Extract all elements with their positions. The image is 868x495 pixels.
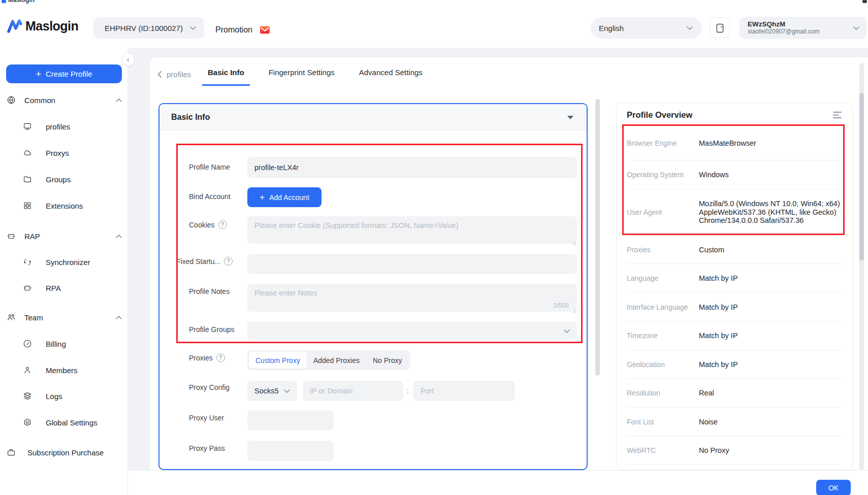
help-icon[interactable]: ? — [224, 257, 233, 266]
robot-icon — [7, 232, 16, 241]
proxy-protocol-select[interactable]: Socks5 — [247, 381, 297, 401]
proxy-mode-custom-proxy[interactable]: Custom Proxy — [249, 352, 307, 369]
proxy-ip-input[interactable] — [303, 381, 403, 401]
sidebar-item-label: RPA — [46, 284, 61, 292]
sidebar-item-logs[interactable]: Logs — [0, 390, 128, 402]
sidebar-item-label: Logs — [46, 392, 62, 401]
window-control-icon[interactable] — [862, 0, 867, 3]
overview-row-geolocation: Geolocation Match by IP — [627, 350, 843, 379]
sidebar-section-common[interactable]: Common — [0, 94, 128, 106]
main-panel-scrollbar[interactable] — [595, 99, 600, 376]
proxy-config-label: Proxy Config — [189, 383, 230, 391]
sidebar-item-members[interactable]: Members — [0, 365, 128, 376]
tab-fingerprint-settings[interactable]: Fingerprint Settings — [263, 66, 340, 86]
breadcrumb-label: profiles — [167, 70, 191, 79]
panel-options-icon[interactable] — [833, 111, 842, 119]
sidebar-item-label: Global Settings — [46, 418, 98, 427]
sidebar-item-label: Groups — [46, 175, 71, 184]
sidebar-section-rap[interactable]: RAP — [0, 230, 128, 242]
sidebar-item-rpa[interactable]: RPA — [0, 282, 128, 293]
cookies-label: Cookies ? — [189, 220, 227, 229]
app-header: Maslogin EHPHRV (ID:1000027) Promotion E… — [0, 4, 868, 48]
workspace-selector[interactable]: EHPHRV (ID:1000027) — [93, 17, 204, 39]
sidebar-item-billing[interactable]: Billing — [0, 338, 128, 349]
overview-row-interface-language: Interface Language Match by IP — [627, 293, 843, 321]
help-icon[interactable]: ? — [216, 353, 225, 362]
sidebar-item-profiles[interactable]: profiles — [0, 121, 128, 132]
tab-bar: Basic Info Fingerprint Settings Advanced… — [202, 66, 428, 86]
section-label: RAP — [24, 232, 40, 241]
chevron-down-icon — [687, 26, 693, 30]
account-email: xiaofei020907@gmail.com — [748, 28, 853, 36]
proxy-mode-no-proxy[interactable]: No Proxy — [366, 352, 409, 369]
sync-icon — [23, 257, 32, 267]
proxy-pass-label: Proxy Pass — [189, 444, 225, 452]
sidebar-item-label: Billing — [46, 340, 66, 348]
page-scrollbar-thumb[interactable] — [859, 93, 864, 260]
sidebar-item-label: Subscription Purchase — [27, 448, 104, 457]
fixed-startup-input[interactable] — [247, 254, 577, 274]
cookies-textarea[interactable] — [247, 216, 577, 244]
section-label: Team — [24, 313, 43, 322]
tab-advanced-settings[interactable]: Advanced Settings — [353, 66, 428, 86]
robot-icon — [23, 283, 32, 292]
proxy-mode-segmented-control: Custom Proxy Added Proxies No Proxy — [247, 350, 410, 370]
chevron-up-icon — [116, 235, 122, 238]
proxy-user-label: Proxy User — [189, 414, 224, 422]
ok-button[interactable]: OK — [816, 480, 851, 495]
sidebar-item-groups[interactable]: Groups — [0, 174, 128, 185]
sidebar-item-synchronizer[interactable]: Synchronizer — [0, 256, 128, 268]
resize-handle-icon[interactable] — [572, 307, 576, 311]
proxies-label: Proxies ? — [189, 353, 225, 362]
promotion-label: Promotion — [215, 25, 252, 35]
resize-handle-icon[interactable] — [572, 239, 576, 243]
create-profile-label: Create Profile — [46, 70, 92, 78]
profile-notes-textarea[interactable] — [247, 284, 577, 312]
chevron-left-icon — [157, 71, 162, 78]
profile-overview-rows: Browser Engine MasMateBrowser Operating … — [617, 126, 853, 465]
profile-overview-title: Profile Overview — [627, 110, 692, 120]
tab-basic-info[interactable]: Basic Info — [202, 66, 250, 86]
proxy-user-input[interactable] — [247, 410, 334, 431]
profile-groups-select[interactable] — [247, 321, 577, 341]
sidebar-item-proxys[interactable]: Proxys — [0, 147, 128, 158]
chevron-down-icon — [190, 26, 196, 30]
promotion-link[interactable]: Promotion — [215, 25, 270, 35]
panel-title: Basic Info — [171, 113, 210, 122]
account-menu[interactable]: EWzSQhzM xiaofei020907@gmail.com — [740, 17, 866, 39]
basic-info-panel-header[interactable]: Basic Info — [159, 104, 587, 130]
chevron-down-icon — [284, 389, 290, 393]
breadcrumb-back[interactable]: profiles — [157, 70, 191, 79]
sidebar-section-team[interactable]: Team — [0, 312, 128, 323]
folder-icon — [23, 175, 32, 184]
grid-icon — [23, 201, 32, 210]
profile-name-input[interactable] — [247, 157, 577, 178]
sidebar-item-subscription-purchase[interactable]: Subscription Purchase — [0, 447, 128, 458]
help-icon[interactable]: ? — [218, 220, 227, 229]
language-selector[interactable]: English — [591, 17, 702, 39]
docs-button[interactable] — [710, 18, 730, 38]
window-title: Maslogin — [8, 0, 35, 4]
proxy-pass-input[interactable] — [247, 441, 334, 461]
sidebar-collapse-button[interactable]: ‹ — [121, 53, 135, 66]
promotion-gift-icon — [260, 25, 270, 35]
chevron-down-icon — [564, 329, 570, 333]
sidebar-item-global-settings[interactable]: Global Settings — [0, 417, 128, 428]
create-profile-button[interactable]: + Create Profile — [6, 64, 122, 83]
proxy-port-input[interactable] — [413, 381, 515, 401]
profile-notes-label: Profile Notes — [189, 287, 230, 295]
person-icon — [23, 366, 32, 375]
collapse-panel-icon[interactable] — [567, 116, 573, 119]
overview-row-font-list: Font List Noise — [627, 408, 843, 436]
layers-icon — [23, 391, 32, 401]
sidebar-item-label: Proxys — [46, 149, 69, 157]
monitor-icon — [23, 122, 32, 131]
proxy-mode-added-proxies[interactable]: Added Proxies — [307, 352, 366, 369]
workspace-name: EHPHRV (ID:1000027) — [105, 24, 183, 32]
profile-overview-panel: Profile Overview Browser Engine MasMateB… — [616, 103, 853, 470]
add-account-button[interactable]: + Add Account — [247, 187, 322, 207]
bind-account-label: Bind Account — [189, 192, 231, 201]
document-icon — [716, 23, 724, 34]
sidebar-item-extensions[interactable]: Extensions — [0, 200, 128, 211]
brand-name: Maslogin — [25, 19, 78, 34]
